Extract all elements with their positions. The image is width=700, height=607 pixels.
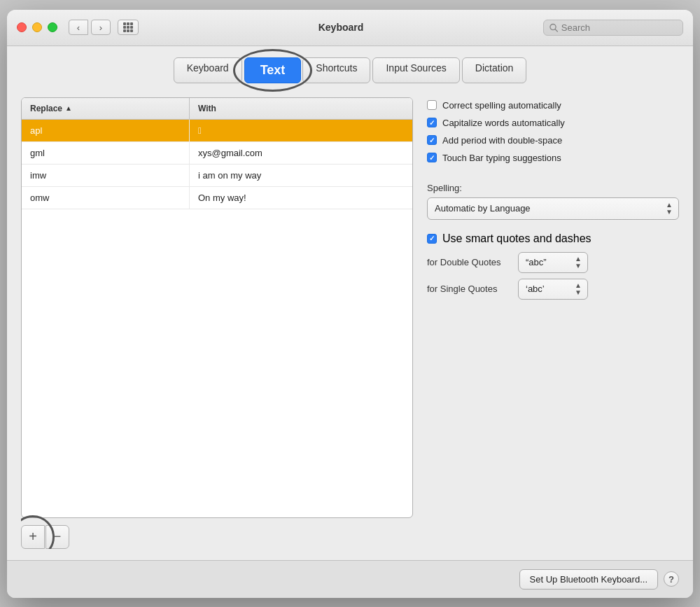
cell-replace: imw [22,165,190,186]
table-controls: + − [21,525,413,549]
touch-bar-checkbox[interactable] [427,153,437,162]
forward-button[interactable]: › [91,20,111,35]
table-header: Replace ▲ With [22,98,412,120]
back-button[interactable]: ‹ [69,20,88,35]
main-content: Replace ▲ With apl  gml [21,97,679,549]
table-row[interactable]: gml xys@gmail.com [22,142,412,165]
smart-quotes-row: Use smart quotes and dashes [427,232,679,245]
double-quotes-dropdown[interactable]: “abc” ▲ ▼ [518,252,588,273]
cell-with: On my way! [190,187,412,209]
chevron-updown-icon: ▲ ▼ [575,282,582,296]
chevron-updown-icon: ▲ ▼ [666,202,673,216]
window-title: Keyboard [139,22,543,33]
correct-spelling-label: Correct spelling automatically [442,100,561,111]
tab-input-sources[interactable]: Input Sources [372,57,459,83]
remove-row-button[interactable]: − [46,525,69,549]
table-row[interactable]: apl  [22,120,412,142]
content-area: Keyboard Text Shortcuts Input Sources Di… [7,46,693,560]
smart-quotes-checkbox[interactable] [427,234,437,244]
table-row[interactable]: imw i am on my way [22,165,412,187]
capitalize-words-row: Capitalize words automatically [427,118,679,128]
minimize-button[interactable] [32,22,42,32]
table-section: Replace ▲ With apl  gml [21,97,413,549]
traffic-lights [17,22,57,32]
table-row[interactable]: omw On my way! [22,187,412,209]
add-period-label: Add period with double-space [442,135,562,146]
tabs-row: Keyboard Text Shortcuts Input Sources Di… [21,57,679,83]
tab-text[interactable]: Text [244,57,302,83]
single-quotes-value: ‘abc’ [526,284,545,294]
smart-quotes-section: Use smart quotes and dashes for Double Q… [427,232,679,300]
touch-bar-row: Touch Bar typing suggestions [427,153,679,163]
bottom-bar: Set Up Bluetooth Keyboard... ? [7,560,693,598]
col-replace-header: Replace ▲ [22,98,190,119]
svg-line-1 [555,29,557,31]
sort-arrow-icon: ▲ [65,104,72,112]
col-with-header: With [190,98,412,119]
cell-replace: gml [22,142,190,164]
double-quotes-label: for Double Quotes [427,257,511,267]
tab-keyboard[interactable]: Keyboard [174,57,242,83]
single-quotes-row: for Single Quotes ‘abc’ ▲ ▼ [427,279,679,300]
search-input[interactable] [561,22,677,33]
table-body: apl  gml xys@gmail.com imw i am on my w… [22,120,412,209]
maximize-button[interactable] [48,22,57,32]
capitalize-words-checkbox[interactable] [427,118,437,127]
spelling-label: Spelling: [427,183,679,193]
tab-dictation[interactable]: Dictation [462,57,526,83]
add-row-button[interactable]: + [21,525,45,549]
spelling-dropdown[interactable]: Automatic by Language ▲ ▼ [427,197,679,220]
grid-icon [123,22,133,32]
close-button[interactable] [17,22,27,32]
cell-with: i am on my way [190,165,412,186]
help-button[interactable]: ? [664,571,679,587]
quotes-sub: for Double Quotes “abc” ▲ ▼ for Single Q… [427,252,679,300]
cell-with:  [190,120,412,141]
search-icon [550,23,558,32]
keyboard-preferences-window: ‹ › Keyboard Keyboard [7,10,693,598]
double-quotes-value: “abc” [526,257,547,267]
capitalize-words-label: Capitalize words automatically [442,118,565,128]
tab-shortcuts[interactable]: Shortcuts [302,57,370,83]
titlebar: ‹ › Keyboard [7,10,693,46]
correct-spelling-row: Correct spelling automatically [427,100,679,111]
smart-quotes-label: Use smart quotes and dashes [442,232,592,245]
chevron-updown-icon: ▲ ▼ [575,256,582,270]
single-quotes-dropdown[interactable]: ‘abc’ ▲ ▼ [518,279,588,300]
add-period-row: Add period with double-space [427,135,679,146]
double-quotes-row: for Double Quotes “abc” ▲ ▼ [427,252,679,273]
settings-section: Correct spelling automatically Capitaliz… [427,97,679,549]
touch-bar-label: Touch Bar typing suggestions [442,153,561,163]
nav-buttons: ‹ › [69,20,139,35]
correct-spelling-checkbox[interactable] [427,100,437,110]
replace-table: Replace ▲ With apl  gml [21,97,413,518]
grid-view-button[interactable] [118,20,139,35]
bluetooth-keyboard-button[interactable]: Set Up Bluetooth Keyboard... [519,569,658,589]
spelling-value: Automatic by Language [435,203,531,214]
cell-with: xys@gmail.com [190,142,412,164]
cell-replace: apl [22,120,190,141]
add-period-checkbox[interactable] [427,135,437,145]
single-quotes-label: for Single Quotes [427,284,511,294]
search-box[interactable] [543,20,683,36]
cell-replace: omw [22,187,190,209]
